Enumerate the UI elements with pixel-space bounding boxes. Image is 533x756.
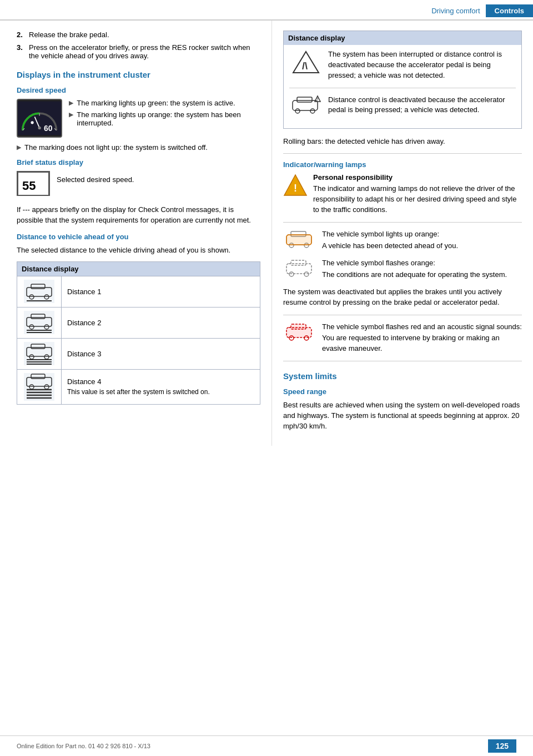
distance-vehicle-text: The selected distance to the vehicle dri… [17,245,260,256]
car-flash-red-row: The vehicle symbol flashes red and an ac… [283,322,522,355]
car-flash-orange-text-1: The vehicle symbol flashes orange: [322,258,507,269]
svg-text:!: ! [317,97,318,101]
step-3-num: 3. [17,43,26,60]
distance-2-label: Distance 2 [67,319,254,327]
rolling-bars-text: Rolling bars: the detected vehicle has d… [283,137,522,147]
distance-3-label: Distance 3 [67,350,254,358]
distance-3-icon [24,342,54,365]
step-2-text: Release the brake pedal. [29,31,109,39]
svg-rect-54 [286,235,311,245]
distance-display-row-2: ! Distance control is deactivated becaus… [289,95,516,118]
desired-speed-block: 60 ▶ The marking lights up green: the sy… [17,99,260,138]
car-orange-icon [285,229,315,253]
distance-2-text: Distance 2 [62,308,260,338]
speedometer-svg: 60 [18,99,61,138]
page-number: 125 [488,739,516,753]
divider-4 [283,315,522,315]
bullet-1: ▶ The marking lights up green: the syste… [69,99,260,107]
car-orange-icon-cell [283,229,316,253]
header-driving-comfort: Driving comfort [431,7,485,15]
speed-range-text: Best results are achieved when using the… [283,400,522,432]
main-content: 2. Release the brake pedal. 3. Press on … [0,21,533,446]
divider-5 [283,361,522,361]
brief-status-note: If --- appears briefly on the display fo… [17,205,260,226]
header-controls: Controls [486,4,533,17]
distance-4-icon [24,373,54,401]
divider-2 [283,153,522,154]
distance-row-2: Distance 2 [17,307,260,338]
svg-rect-56 [291,260,306,265]
step-3-text: Press on the accelerator briefly, or pre… [29,43,260,60]
distance-table-header: Distance display [17,262,260,276]
svg-point-57 [289,272,294,276]
car-orange-row: The vehicle symbol lights up orange: A v… [283,229,522,253]
personal-responsibility-text: The indicator and warning lamps do not r… [313,184,522,215]
distance-3-icon-cell [17,339,62,369]
bullet-3-text: The marking does not light up: the syste… [24,143,208,152]
distance-2-icon [24,311,54,334]
svg-point-44 [295,109,300,113]
warning-big-icon: ! [283,173,308,198]
bullet-arrow-1: ▶ [69,99,73,107]
right-column: Distance display /\ The system has been … [272,21,533,446]
displays-heading: Displays in the instrument cluster [17,70,260,79]
bullet-3-row: ▶ The marking does not light up: the sys… [17,143,260,152]
svg-rect-10 [24,280,54,303]
distance-display-info-box: Distance display /\ The system has been … [283,31,522,129]
car-flash-red-icon [285,322,315,345]
speedometer-image: 60 [17,99,62,138]
status-display-box: 55 [17,171,50,196]
divider-1 [289,88,516,88]
distance-1-icon-cell [17,276,62,307]
footer-text: Online Edition for Part no. 01 40 2 926 … [17,743,150,749]
step-2: 2. Release the brake pedal. [17,31,260,39]
bullet-2: ▶ The marking lights up orange: the syst… [69,110,260,127]
personal-responsibility-content: Personal responsibility The indicator an… [313,173,522,215]
bullet-arrow-3: ▶ [17,144,21,152]
status-box-svg: 55 [18,172,49,195]
brief-status-heading: Brief status display [17,158,260,167]
distance-4-text: Distance 4 This value is set after the s… [62,370,260,404]
car-with-warning-icon: ! [291,95,321,118]
distance-4-icon-cell [17,370,62,404]
svg-text:!: ! [294,183,297,194]
brief-status-label: Selected desired speed. [57,171,134,184]
step-3: 3. Press on the accelerator briefly, or … [17,43,260,60]
svg-point-6 [31,121,33,124]
car-flash-orange-text-block: The vehicle symbol flashes orange: The c… [322,258,507,280]
distance-1-text: Distance 1 [62,276,260,307]
desired-speed-bullets: ▶ The marking lights up green: the syste… [69,99,260,138]
distance-1-label: Distance 1 [67,288,254,296]
car-flash-orange-row: The vehicle symbol flashes orange: The c… [283,258,522,281]
distance-row-4: Distance 4 This value is set after the s… [17,369,260,404]
distance-1-icon [24,280,54,303]
svg-text:60: 60 [44,124,53,133]
distance-display-text-2: Distance control is deactivated because … [328,95,516,116]
distance-2-icon-cell [17,308,62,338]
bullet-1-text: The marking lights up green: the system … [77,99,235,107]
warning-icon-big-cell: ! [283,173,308,199]
svg-point-45 [310,109,315,113]
distance-row-3: Distance 3 [17,338,260,369]
svg-rect-60 [291,324,306,329]
left-column: 2. Release the brake pedal. 3. Press on … [0,21,272,446]
car-with-warning-icon-cell: ! [289,95,323,118]
brief-status-block: 55 Selected desired speed. [17,171,260,200]
personal-responsibility-block: ! Personal responsibility The indicator … [283,173,522,215]
bullet-arrow-2: ▶ [69,111,73,127]
speed-range-heading: Speed range [283,387,522,396]
step-2-num: 2. [17,31,26,39]
svg-rect-43 [297,97,312,102]
distance-4-note: This value is set after the system is sw… [67,388,254,396]
distance-4-label: Distance 4 [67,377,254,386]
warning-triangle-icon-cell: /\ [289,49,323,74]
car-orange-text-1: The vehicle symbol lights up orange: [322,229,458,240]
car-flash-red-icon-cell [283,322,316,345]
car-flash-red-text-block: The vehicle symbol flashes red and an ac… [322,322,522,355]
svg-text:55: 55 [22,179,36,193]
distance-display-text-1: The system has been interrupted or dista… [328,49,516,81]
distance-display-row-1: /\ The system has been interrupted or di… [289,49,516,81]
divider-3 [283,222,522,223]
svg-text:/\: /\ [302,61,308,72]
car-flash-red-text-2: You are requested to intervene by brakin… [322,333,522,354]
